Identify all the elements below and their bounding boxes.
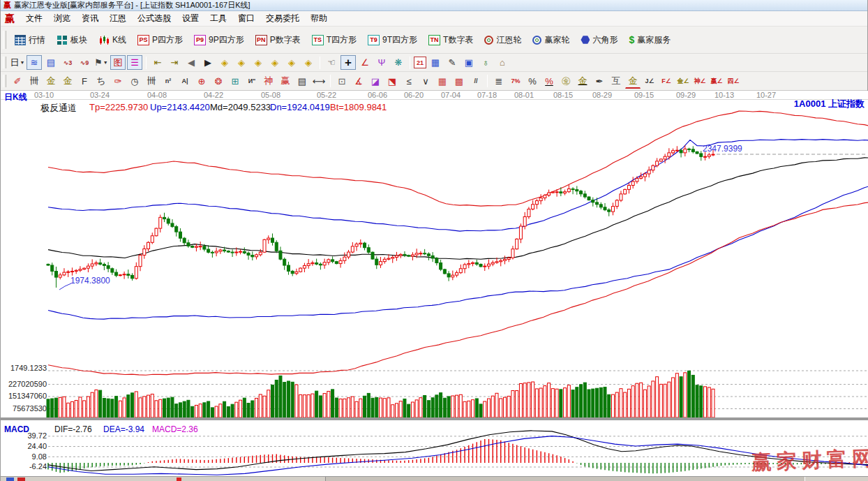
menu-5[interactable]: 设置 [177, 12, 204, 24]
gold-ratio-button[interactable]: 金 [43, 74, 59, 89]
red-grid-button[interactable]: ▦ [435, 74, 450, 89]
v-wave-button[interactable]: ∨ [418, 74, 433, 89]
toolbar-grip[interactable] [3, 75, 6, 87]
menu-2[interactable]: 资讯 [76, 12, 104, 24]
i-mark-button[interactable]: И" [244, 74, 260, 89]
spiral-button[interactable]: ち [93, 74, 109, 89]
gann-fan-button[interactable]: ∡ [351, 74, 366, 89]
gann-wheel-button[interactable]: 江恩轮 [479, 31, 527, 49]
expand-button[interactable]: ◈ [284, 55, 299, 70]
brush-grid-button[interactable]: ✑ [110, 74, 126, 89]
toolbar-grip[interactable] [3, 57, 6, 69]
menu-3[interactable]: 江恩 [104, 12, 132, 24]
t-square-button[interactable]: TST四方形 [306, 31, 362, 49]
flag-marker-button[interactable]: ⚑▼ [93, 55, 109, 70]
hexagon-button[interactable]: 六角形 [575, 31, 623, 49]
sectors-button[interactable]: 板块 [51, 31, 93, 49]
gold-under-button[interactable]: 金 [575, 74, 590, 89]
measure-button[interactable]: ⟷ [311, 74, 327, 89]
percent-line-button[interactable]: 7% [508, 74, 523, 89]
price-steps-button[interactable]: ≣ [491, 74, 507, 89]
title-bar[interactable]: 赢 赢家江恩专业版[赢家内部服务平台] - [上证指数 SH1A0001-167… [1, 0, 867, 11]
save-disk-button[interactable]: ▣ [461, 55, 477, 70]
n-square-button[interactable]: n² [160, 74, 176, 89]
fan-box-button[interactable]: ◪ [368, 74, 383, 89]
box-tool-button[interactable]: ⊡ [334, 74, 350, 89]
four-angle-button[interactable]: 四∠ [726, 74, 741, 89]
ink-pen-button[interactable]: ✒ [592, 74, 607, 89]
p-number-button[interactable]: PNP数字表 [250, 31, 306, 49]
chart-area[interactable]: 03-1003-2404-0804-2205-0805-2206-0606-20… [1, 91, 868, 476]
memo-edit-button[interactable]: ✎ [444, 55, 460, 70]
fibo-f-button[interactable]: F [77, 74, 92, 89]
square-spiral-button[interactable]: ⊞ [227, 74, 243, 89]
wave-9-button[interactable]: ∿9 [77, 55, 92, 70]
calendar-21-button[interactable]: 21 [414, 57, 426, 68]
ying-angle-button[interactable]: 赢∠ [709, 74, 724, 89]
gann-tool-button[interactable]: Ψ [374, 55, 389, 70]
gann-comb-button[interactable]: 卌 [27, 74, 42, 89]
pane-splitter[interactable] [1, 417, 868, 420]
goto-start-button[interactable]: ⇤ [150, 55, 165, 70]
draw-pen-button[interactable]: ✐ [10, 74, 25, 89]
quotes-button[interactable]: 行情 [9, 31, 51, 49]
menu-1[interactable]: 浏览 [48, 12, 76, 24]
winner-wheel-button[interactable]: 赢家轮 [527, 31, 575, 49]
goto-end-button[interactable]: ⇥ [167, 55, 182, 70]
gann-wheel-small-button[interactable]: ❂ [211, 74, 226, 89]
ruler-123-button[interactable]: ▤ [294, 74, 310, 89]
box-diagonal-button[interactable]: ⬔ [384, 74, 400, 89]
ying-tool-button[interactable]: 赢 [278, 74, 293, 89]
toolbar-grip[interactable] [3, 31, 6, 50]
grid-arrow-button[interactable]: ▩ [451, 74, 467, 89]
menu-8[interactable]: 交易委托 [260, 12, 305, 24]
parallel-lines-button[interactable]: // [468, 74, 484, 89]
gold-red-under-button[interactable]: 金 [625, 74, 641, 89]
t-number-button[interactable]: TNT数字表 [423, 31, 479, 49]
t9-square-button[interactable]: T99T四方形 [362, 31, 423, 49]
pan-left-button[interactable]: ◈ [217, 55, 232, 70]
pan-right-button[interactable]: ◈ [234, 55, 249, 70]
menu-0[interactable]: 文件 [20, 12, 48, 24]
fractal-tool-button[interactable]: ❋ [391, 55, 406, 70]
gold-circle-button[interactable]: ㊎ [558, 74, 574, 89]
percent-under-button[interactable]: % [541, 74, 557, 89]
shen-angle-button[interactable]: 神∠ [692, 74, 708, 89]
trend-curve-button[interactable]: ≋ [27, 55, 42, 70]
shen-tool-button[interactable]: 神 [261, 74, 276, 89]
f-angle-button[interactable]: F∠ [659, 74, 674, 89]
compress-button[interactable]: ◈ [267, 55, 283, 70]
status-chip-icon[interactable] [6, 478, 14, 481]
workstation-button[interactable]: ⌂ [495, 55, 510, 70]
prev-bar-button[interactable]: ◀ [184, 55, 199, 70]
menu-6[interactable]: 工具 [204, 12, 232, 24]
gold-section-button[interactable]: 金 [60, 74, 75, 89]
arrow-fan-button[interactable]: ≤ [401, 74, 417, 89]
circle-cross-button[interactable]: ⊕ [194, 74, 209, 89]
winner-service-button[interactable]: $赢家服务 [623, 31, 676, 49]
status-chip-icon[interactable] [17, 478, 25, 481]
next-bar-button[interactable]: ▶ [200, 55, 216, 70]
calculator-button[interactable]: ▦ [428, 55, 443, 70]
pan-hand-button[interactable]: ☜ [324, 55, 339, 70]
crosshair-button[interactable]: + [341, 55, 356, 70]
menu-7[interactable]: 窗口 [232, 12, 260, 24]
percent-button[interactable]: % [525, 74, 540, 89]
wave-3-button[interactable]: ∿3 [60, 55, 75, 70]
profile-histogram-button[interactable]: ☰ [127, 55, 142, 70]
period-day-button[interactable]: 日▼ [10, 55, 25, 70]
kline-button[interactable]: K线 [93, 31, 132, 49]
time-circle-button[interactable]: ◷ [127, 74, 142, 89]
angle-compass-button[interactable]: ∠ [357, 55, 373, 70]
hu-tool-button[interactable]: 互 [608, 74, 624, 89]
chart-map-button[interactable]: 图 [110, 55, 126, 70]
pan-both-button[interactable]: ◈ [250, 55, 266, 70]
menu-4[interactable]: 公式选股 [132, 12, 177, 24]
p-square-button[interactable]: PSP四方形 [132, 31, 188, 49]
status-scroll-track[interactable] [325, 477, 805, 481]
p9-square-button[interactable]: P99P四方形 [188, 31, 250, 49]
gold-angle-button[interactable]: 金∠ [675, 74, 691, 89]
a-angle-button[interactable]: A| [177, 74, 193, 89]
info-note-button[interactable]: ▤ [43, 55, 59, 70]
j-angle-button[interactable]: J∠ [642, 74, 657, 89]
